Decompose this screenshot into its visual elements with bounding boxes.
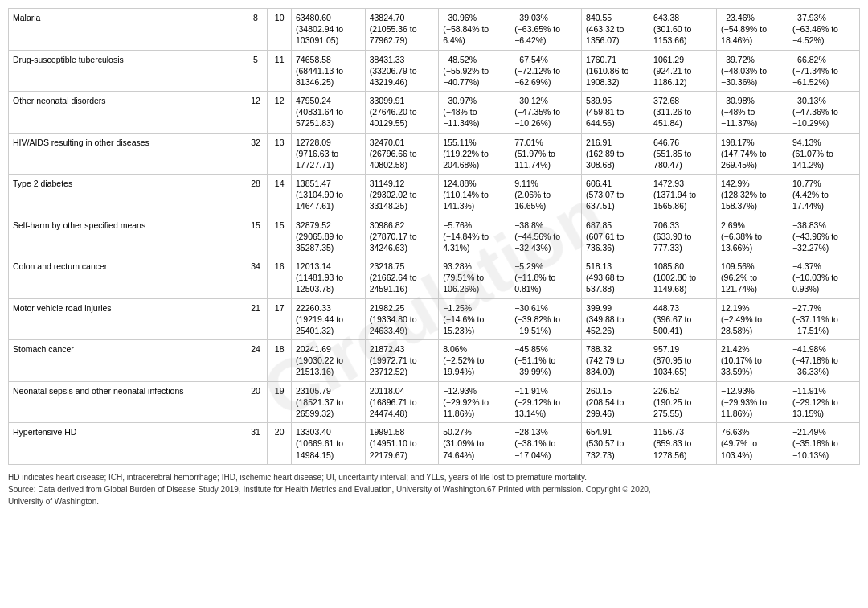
table-cell: −30.13%(−47.36% to−10.29%) bbox=[788, 92, 859, 134]
table-row: Hypertensive HD312013303.40(10669.61 to1… bbox=[9, 423, 860, 465]
table-row: HIV/AIDS resulting in other diseases3213… bbox=[9, 133, 860, 175]
table-cell: 19 bbox=[268, 381, 292, 423]
table-cell: 399.99(349.88 to452.26) bbox=[582, 298, 649, 340]
table-cell: 216.91(162.89 to308.68) bbox=[582, 133, 649, 175]
table-row: Self-harm by other specified means151532… bbox=[9, 216, 860, 257]
table-cell: 19991.58(14951.10 to22179.67) bbox=[365, 423, 439, 465]
table-cell: Other neonatal disorders bbox=[9, 92, 244, 134]
table-cell: 12728.09(9716.63 to17727.71) bbox=[292, 133, 366, 175]
table-cell: 77.01%(51.97% to111.74%) bbox=[510, 133, 582, 175]
table-cell: 32879.52(29065.89 to35287.35) bbox=[292, 216, 366, 257]
table-cell: 20241.69(19030.22 to21513.16) bbox=[292, 340, 366, 382]
table-row: Colon and rectum cancer341612013.14(1148… bbox=[9, 257, 860, 299]
table-cell: −23.46%(−54.89% to18.46%) bbox=[717, 9, 788, 51]
table-cell: 9.11%(2.06% to16.65%) bbox=[510, 175, 582, 216]
table-cell: −5.29%(−11.8% to0.81%) bbox=[510, 257, 582, 299]
table-cell: −67.54%(−72.12% to−62.69%) bbox=[510, 50, 582, 92]
table-cell: 606.41(573.07 to637.51) bbox=[582, 175, 649, 216]
table-row: Drug-susceptible tuberculosis51174658.58… bbox=[9, 50, 860, 92]
table-cell: 13303.40(10669.61 to14984.15) bbox=[292, 423, 366, 465]
table-cell: −21.49%(−35.18% to−10.13%) bbox=[788, 423, 859, 465]
table-cell: HIV/AIDS resulting in other diseases bbox=[9, 133, 244, 175]
table-cell: 50.27%(31.09% to74.64%) bbox=[439, 423, 510, 465]
table-cell: 38431.33(33206.79 to43219.46) bbox=[365, 50, 439, 92]
table-cell: 840.55(463.32 to1356.07) bbox=[582, 9, 649, 51]
table-cell: 21982.25(19334.80 to24633.49) bbox=[365, 298, 439, 340]
footer-text: HD indicates heart disease; ICH, intrace… bbox=[8, 471, 860, 507]
table-cell: 21872.43(19972.71 to23712.52) bbox=[365, 340, 439, 382]
table-cell: 23218.75(21662.64 to24591.16) bbox=[365, 257, 439, 299]
table-cell: −39.03%(−63.65% to−6.42%) bbox=[510, 9, 582, 51]
table-cell: −38.83%(−43.96% to−32.27%) bbox=[788, 216, 859, 257]
table-cell: 31 bbox=[244, 423, 268, 465]
table-cell: 47950.24(40831.64 to57251.83) bbox=[292, 92, 366, 134]
table-cell: −45.85%(−51.1% to−39.99%) bbox=[510, 340, 582, 382]
table-cell: −11.91%(−29.12% to13.15%) bbox=[788, 381, 859, 423]
table-cell: 10.77%(4.42% to17.44%) bbox=[788, 175, 859, 216]
table-cell: 13 bbox=[268, 133, 292, 175]
table-cell: 16 bbox=[268, 257, 292, 299]
table-cell: −39.72%(−48.03% to−30.36%) bbox=[717, 50, 788, 92]
table-cell: 706.33(633.90 to777.33) bbox=[649, 216, 717, 257]
table-cell: 15 bbox=[244, 216, 268, 257]
table-cell: 43824.70(21055.36 to77962.79) bbox=[365, 9, 439, 51]
table-cell: 34 bbox=[244, 257, 268, 299]
table-cell: Stomach cancer bbox=[9, 340, 244, 382]
table-cell: 654.91(530.57 to732.73) bbox=[582, 423, 649, 465]
table-cell: 646.76(551.85 to780.47) bbox=[649, 133, 717, 175]
table-cell: 14 bbox=[268, 175, 292, 216]
table-cell: 1156.73(859.83 to1278.56) bbox=[649, 423, 717, 465]
table-cell: −48.52%(−55.92% to−40.77%) bbox=[439, 50, 510, 92]
table-cell: 31149.12(29302.02 to33148.25) bbox=[365, 175, 439, 216]
table-cell: 23105.79(18521.37 to26599.32) bbox=[292, 381, 366, 423]
table-cell: −12.93%(−29.92% to11.86%) bbox=[439, 381, 510, 423]
table-row: Other neonatal disorders121247950.24(408… bbox=[9, 92, 860, 134]
table-cell: 21.42%(10.17% to33.59%) bbox=[717, 340, 788, 382]
table-row: Malaria81063480.60(34802.94 to103091.05)… bbox=[9, 9, 860, 51]
table-cell: 20 bbox=[268, 423, 292, 465]
table-cell: 20 bbox=[244, 381, 268, 423]
table-cell: −37.93%(−63.46% to−4.52%) bbox=[788, 9, 859, 51]
data-table: Malaria81063480.60(34802.94 to103091.05)… bbox=[8, 8, 860, 465]
table-row: Neonatal sepsis and other neonatal infec… bbox=[9, 381, 860, 423]
table-cell: Colon and rectum cancer bbox=[9, 257, 244, 299]
table-cell: −5.76%(−14.84% to4.31%) bbox=[439, 216, 510, 257]
table-cell: −66.82%(−71.34% to−61.52%) bbox=[788, 50, 859, 92]
table-cell: 198.17%(147.74% to269.45%) bbox=[717, 133, 788, 175]
table-cell: −30.61%(−39.82% to−19.51%) bbox=[510, 298, 582, 340]
table-cell: 5 bbox=[244, 50, 268, 92]
table-cell: Neonatal sepsis and other neonatal infec… bbox=[9, 381, 244, 423]
table-row: Type 2 diabetes281413851.47(13104.90 to1… bbox=[9, 175, 860, 216]
table-cell: 15 bbox=[268, 216, 292, 257]
table-cell: 12 bbox=[244, 92, 268, 134]
table-row: Motor vehicle road injuries211722260.33(… bbox=[9, 298, 860, 340]
table-cell: 11 bbox=[268, 50, 292, 92]
table-cell: −1.25%(−14.6% to15.23%) bbox=[439, 298, 510, 340]
table-cell: 109.56%(96.2% to121.74%) bbox=[717, 257, 788, 299]
table-cell: 74658.58(68441.13 to81346.25) bbox=[292, 50, 366, 92]
table-cell: 20118.04(16896.71 to24474.48) bbox=[365, 381, 439, 423]
table-cell: 21 bbox=[244, 298, 268, 340]
table-cell: 687.85(607.61 to736.36) bbox=[582, 216, 649, 257]
table-cell: 155.11%(119.22% to204.68%) bbox=[439, 133, 510, 175]
table-cell: 8 bbox=[244, 9, 268, 51]
table-cell: 142.9%(128.32% to158.37%) bbox=[717, 175, 788, 216]
table-cell: 12.19%(−2.49% to28.58%) bbox=[717, 298, 788, 340]
table-cell: −41.98%(−47.18% to−36.33%) bbox=[788, 340, 859, 382]
table-cell: −4.37%(−10.03% to0.93%) bbox=[788, 257, 859, 299]
table-cell: 33099.91(27646.20 to40129.55) bbox=[365, 92, 439, 134]
table-cell: Type 2 diabetes bbox=[9, 175, 244, 216]
table-cell: 17 bbox=[268, 298, 292, 340]
table-cell: 13851.47(13104.90 to14647.61) bbox=[292, 175, 366, 216]
table-cell: 8.06%(−2.52% to19.94%) bbox=[439, 340, 510, 382]
table-cell: 226.52(190.25 to275.55) bbox=[649, 381, 717, 423]
table-cell: 448.73(396.67 to500.41) bbox=[649, 298, 717, 340]
table-cell: 93.28%(79.51% to106.26%) bbox=[439, 257, 510, 299]
main-table-container: Malaria81063480.60(34802.94 to103091.05)… bbox=[8, 8, 860, 465]
table-cell: Self-harm by other specified means bbox=[9, 216, 244, 257]
table-cell: 30986.82(27870.17 to34246.63) bbox=[365, 216, 439, 257]
table-cell: 12013.14(11481.93 to12503.78) bbox=[292, 257, 366, 299]
table-row: Stomach cancer241820241.69(19030.22 to21… bbox=[9, 340, 860, 382]
table-cell: 12 bbox=[268, 92, 292, 134]
table-cell: 32470.01(26796.66 to40802.58) bbox=[365, 133, 439, 175]
